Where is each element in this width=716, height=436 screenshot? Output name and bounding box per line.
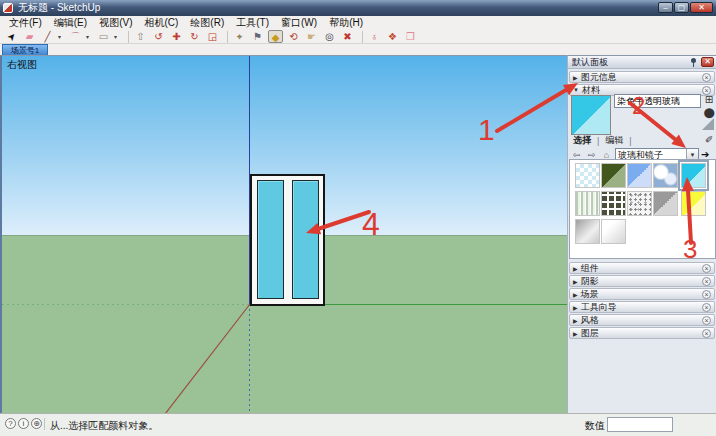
door-model[interactable]: [250, 174, 325, 306]
menu-window[interactable]: 窗口(W): [275, 16, 323, 30]
arc-tool-icon[interactable]: ⌒: [68, 30, 83, 43]
follow-me-tool-icon[interactable]: ↺: [151, 30, 166, 43]
rectangle-tool-dropdown-icon[interactable]: ▾: [114, 33, 121, 40]
paint-bucket-tool-icon[interactable]: ◆: [268, 30, 283, 43]
section-close-icon[interactable]: ×: [702, 303, 711, 312]
section-styles[interactable]: ▶ 风格 ×: [569, 314, 715, 326]
section-close-icon[interactable]: ×: [702, 329, 711, 338]
zoom-extents-tool-icon[interactable]: ✖: [340, 30, 355, 43]
chevron-down-icon: ▼: [573, 87, 579, 93]
get-location-tool-icon[interactable]: ♁: [367, 30, 382, 43]
status-hint-text: 从...选择匹配颜料对象。: [50, 419, 158, 433]
menu-view[interactable]: 视图(V): [93, 16, 138, 30]
measurements-input[interactable]: [607, 417, 673, 432]
create-material-icon[interactable]: ⊞: [703, 94, 715, 106]
chevron-right-icon: ▶: [573, 278, 578, 285]
menu-camera[interactable]: 相机(C): [138, 16, 184, 30]
toolbar: ➤ ▰ ╱ ▾ ⌒ ▾ ▭ ▾ ⇧ ↺ ✚ ↻ ◲ ⌖ ⚑ ◆ ⟲ ☛ ◎ ✖ …: [0, 30, 716, 44]
chevron-right-icon: ▶: [573, 265, 578, 272]
section-layers[interactable]: ▶ 图层 ×: [569, 327, 715, 339]
chevron-right-icon: ▶: [573, 304, 578, 311]
chevron-right-icon: ▶: [573, 317, 578, 324]
section-label: 风格: [581, 314, 699, 326]
scene-tab-1[interactable]: 场景号1: [2, 44, 48, 55]
orbit-tool-icon[interactable]: ⟲: [286, 30, 301, 43]
warehouse-tool-icon[interactable]: ❒: [403, 30, 418, 43]
material-swatch[interactable]: [653, 191, 678, 216]
drawing-canvas[interactable]: 右视图: [0, 55, 567, 413]
material-swatch[interactable]: [575, 191, 600, 216]
line-tool-icon[interactable]: ╱: [40, 30, 55, 43]
toolbar-separator: [227, 31, 228, 43]
section-components[interactable]: ▶ 组件 ×: [569, 262, 715, 274]
material-swatch[interactable]: [681, 191, 706, 216]
pin-icon[interactable]: [689, 58, 698, 67]
material-swatch[interactable]: [601, 163, 626, 188]
material-swatch[interactable]: [653, 163, 678, 188]
help-icon[interactable]: ?: [5, 418, 16, 429]
material-swatch-list: [569, 159, 716, 259]
chevron-right-icon: ▶: [573, 330, 578, 337]
section-entity-info[interactable]: ▶ 图元信息 ×: [569, 71, 715, 83]
section-label: 组件: [581, 262, 699, 274]
geolocation-icon[interactable]: ⊕: [31, 418, 42, 429]
material-swatch[interactable]: [601, 191, 626, 216]
tray-close-icon[interactable]: ✕: [701, 57, 714, 67]
rotate-tool-icon[interactable]: ↻: [187, 30, 202, 43]
material-swatch[interactable]: [575, 163, 600, 188]
toolbar-separator: [362, 31, 363, 43]
line-tool-dropdown-icon[interactable]: ▾: [58, 33, 65, 40]
push-pull-tool-icon[interactable]: ⇧: [133, 30, 148, 43]
view-name-label: 右视图: [7, 58, 37, 72]
measurements-label: 数值: [585, 419, 605, 433]
menu-tools[interactable]: 工具(T): [230, 16, 275, 30]
menu-draw[interactable]: 绘图(R): [184, 16, 230, 30]
move-tool-icon[interactable]: ✚: [169, 30, 184, 43]
material-swatch-selected[interactable]: [681, 163, 706, 188]
section-close-icon[interactable]: ×: [702, 277, 711, 286]
secondary-pane-toggle-icon[interactable]: [702, 118, 714, 130]
text-tool-icon[interactable]: ⚑: [250, 30, 265, 43]
section-scenes[interactable]: ▶ 场景 ×: [569, 288, 715, 300]
door-glass-pane-left[interactable]: [257, 180, 284, 299]
scale-tool-icon[interactable]: ◲: [205, 30, 220, 43]
zoom-tool-icon[interactable]: ◎: [322, 30, 337, 43]
material-swatch[interactable]: [627, 191, 652, 216]
rectangle-tool-icon[interactable]: ▭: [96, 30, 111, 43]
status-separator: [44, 418, 45, 430]
sample-paint-eyedropper-icon[interactable]: ✐: [705, 134, 713, 145]
section-close-icon[interactable]: ×: [702, 73, 711, 82]
tab-edit[interactable]: 编辑: [603, 134, 625, 147]
eraser-tool-icon[interactable]: ▰: [22, 30, 37, 43]
menu-edit[interactable]: 编辑(E): [48, 16, 93, 30]
material-preview-thumbnail[interactable]: [571, 95, 611, 135]
section-close-icon[interactable]: ×: [702, 264, 711, 273]
material-tabs: 选择 | 编辑 |: [571, 134, 632, 147]
section-close-icon[interactable]: ×: [702, 290, 711, 299]
share-model-tool-icon[interactable]: ❖: [385, 30, 400, 43]
door-glass-pane-right[interactable]: [292, 180, 319, 299]
material-swatch[interactable]: [601, 219, 626, 244]
tray-title: 默认面板: [572, 56, 689, 69]
section-instructor[interactable]: ▶ 工具向导 ×: [569, 301, 715, 313]
close-button[interactable]: ✕: [690, 2, 713, 13]
sketchup-app-icon: [3, 3, 13, 13]
pan-tool-icon[interactable]: ☛: [304, 30, 319, 43]
tape-measure-tool-icon[interactable]: ⌖: [232, 30, 247, 43]
section-close-icon[interactable]: ×: [702, 316, 711, 325]
scene-tab-row: 场景号1: [0, 44, 716, 55]
minimize-button[interactable]: –: [658, 2, 673, 13]
section-label: 工具向导: [581, 301, 699, 313]
tab-separator: |: [629, 136, 631, 146]
arc-tool-dropdown-icon[interactable]: ▾: [86, 33, 93, 40]
material-swatch[interactable]: [575, 219, 600, 244]
tray-header: 默认面板 ✕: [568, 56, 716, 69]
menu-help[interactable]: 帮助(H): [323, 16, 369, 30]
tab-select[interactable]: 选择: [571, 134, 593, 147]
maximize-button[interactable]: ▢: [674, 2, 689, 13]
material-swatch[interactable]: [627, 163, 652, 188]
info-icon[interactable]: i: [18, 418, 29, 429]
window-title: 无标题 - SketchUp: [18, 1, 100, 15]
section-shadows[interactable]: ▶ 阴影 ×: [569, 275, 715, 287]
material-name-input[interactable]: [614, 94, 701, 108]
